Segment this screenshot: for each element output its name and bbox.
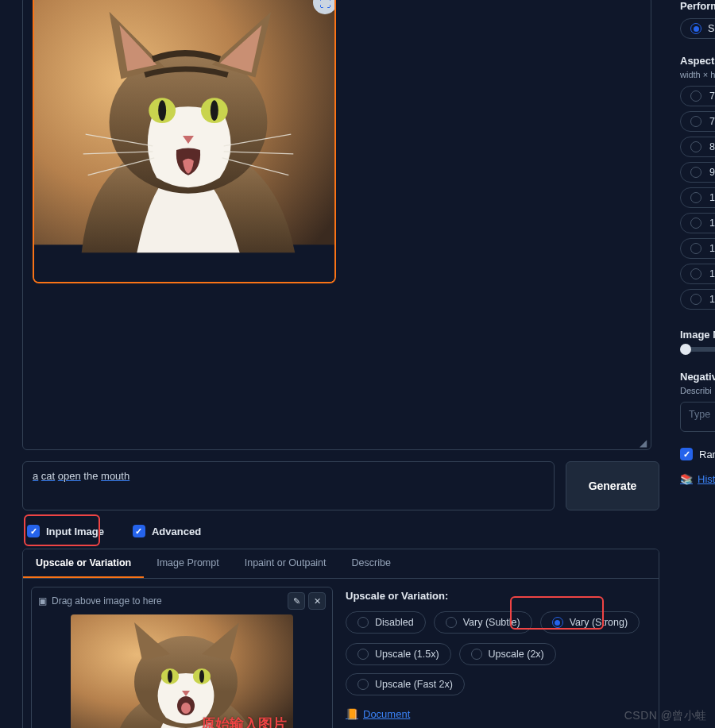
image-number-label: Image N	[680, 329, 715, 341]
radio-upscale-fast-2x[interactable]: Upscale (Fast 2x)	[346, 673, 465, 695]
aspect-hint: width × h	[680, 70, 715, 79]
settings-sidebar: Perform S Aspect width × h 7076899610111…	[680, 0, 715, 485]
aspect-option[interactable]: 96	[680, 162, 715, 183]
history-icon: 📚	[680, 473, 693, 485]
input-thumbnail[interactable]: 原始输入图片	[71, 614, 293, 728]
prompt-token: cat	[41, 470, 55, 482]
prompt-input[interactable]: a cat open the mouth	[22, 461, 555, 510]
radio-dot-icon	[690, 23, 701, 34]
output-panel: ⛶ ◢	[22, 0, 651, 450]
radio-dot-icon	[690, 243, 701, 254]
check-icon: ✓	[27, 525, 40, 537]
radio-dot-icon	[690, 218, 701, 229]
clear-button[interactable]: ✕	[308, 592, 326, 610]
performance-option[interactable]: S	[680, 18, 715, 39]
tab-describe[interactable]: Describe	[339, 549, 404, 578]
aspect-option[interactable]: 89	[680, 137, 715, 157]
image-number-slider[interactable]	[680, 347, 715, 352]
watermark-text: CSDN @曾小蛙	[624, 709, 707, 723]
svg-point-6	[211, 100, 218, 121]
advanced-checkbox[interactable]: ✓ Advanced	[128, 522, 206, 541]
radio-disabled[interactable]: Disabled	[346, 611, 426, 634]
radio-dot-icon	[690, 116, 701, 127]
tab-inpaint-outpaint[interactable]: Inpaint or Outpaint	[232, 549, 339, 578]
aspect-option[interactable]: 13	[680, 238, 715, 259]
radio-vary-strong[interactable]: Vary (Strong)	[540, 611, 640, 634]
performance-label: Perform	[680, 0, 715, 12]
radio-upscale-2x[interactable]: Upscale (2x)	[459, 643, 556, 665]
prompt-token: open	[58, 470, 81, 482]
radio-dot-icon	[690, 91, 701, 102]
check-icon: ✓	[133, 525, 145, 537]
variation-row-2: Upscale (1.5x) Upscale (2x) Upscale (Fas…	[346, 643, 647, 695]
radio-dot-icon	[690, 192, 701, 203]
negative-label: Negativ	[680, 371, 715, 383]
radio-upscale-1-5x[interactable]: Upscale (1.5x)	[346, 643, 451, 665]
image-input-title: Drag above image to here	[52, 595, 162, 607]
document-link[interactable]: 📙Document	[346, 708, 410, 720]
generate-button[interactable]: Generate	[566, 461, 659, 510]
tabs: Upscale or Variation Image Prompt Inpain…	[23, 549, 659, 579]
prompt-token: mouth	[101, 470, 129, 482]
thumbnail-annotation: 原始输入图片	[201, 715, 287, 728]
image-input-panel: ▣ Drag above image to here ✎ ✕	[31, 587, 333, 728]
tab-image-prompt[interactable]: Image Prompt	[144, 549, 232, 578]
generated-image[interactable]: ⛶	[33, 0, 336, 283]
aspect-option[interactable]: 14	[680, 264, 715, 284]
slider-thumb-icon[interactable]	[680, 344, 691, 355]
radio-dot-icon	[690, 141, 701, 152]
history-link[interactable]: 📚Histor	[680, 473, 715, 485]
negative-input[interactable]: Type	[680, 402, 715, 432]
radio-dot-icon	[690, 294, 701, 305]
aspect-option[interactable]: 70	[680, 86, 715, 106]
aspect-option[interactable]: 76	[680, 111, 715, 132]
svg-point-16	[168, 670, 172, 683]
radio-dot-icon	[690, 268, 701, 279]
radio-vary-subtle[interactable]: Vary (Subtle)	[434, 611, 532, 634]
aspect-option[interactable]: 16	[680, 289, 715, 310]
aspect-option[interactable]: 10	[680, 187, 715, 208]
input-image-checkbox[interactable]: ✓ Input Image	[22, 522, 109, 541]
resize-handle-icon[interactable]: ◢	[640, 438, 649, 448]
document-icon: 📙	[346, 708, 358, 720]
tab-upscale-variation[interactable]: Upscale or Variation	[23, 549, 144, 578]
variation-row-1: Disabled Vary (Subtle) Vary (Strong)	[346, 611, 647, 634]
aspect-label: Aspect	[680, 55, 715, 67]
svg-point-18	[199, 670, 204, 683]
aspect-option[interactable]: 11	[680, 213, 715, 233]
check-icon: ✓	[680, 448, 693, 460]
variation-title: Upscale or Variation:	[346, 590, 647, 602]
negative-hint: Describi	[680, 386, 715, 395]
image-icon: ▣	[38, 595, 47, 607]
random-checkbox[interactable]: ✓ Ran	[680, 448, 715, 460]
radio-dot-icon	[690, 167, 701, 178]
image-panel: Upscale or Variation Image Prompt Inpain…	[22, 549, 659, 728]
svg-point-20	[181, 703, 191, 714]
edit-button[interactable]: ✎	[288, 592, 305, 610]
svg-point-4	[158, 100, 166, 121]
